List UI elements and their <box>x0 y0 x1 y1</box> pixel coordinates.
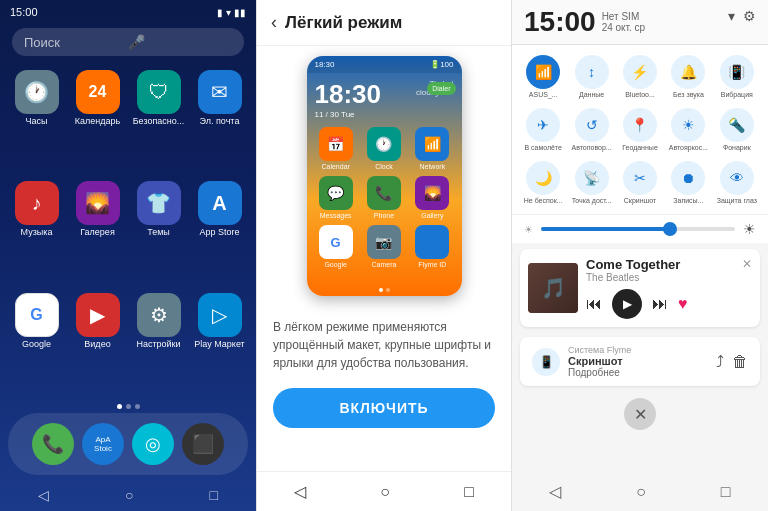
enable-button[interactable]: ВКЛЮЧИТЬ <box>273 388 495 428</box>
autobrightness-tile-label: Автояркос... <box>669 144 708 151</box>
app-icon-themes: 👕 <box>137 181 181 225</box>
phone-app-clock[interactable]: 🕐 Clock <box>363 127 405 170</box>
brightness-track[interactable] <box>541 227 735 231</box>
silent-tile-icon: 🔔 <box>671 55 705 89</box>
tile-flashlight[interactable]: 🔦 Фонарик <box>714 104 760 155</box>
tile-vibrate[interactable]: 📳 Вибрация <box>714 51 760 102</box>
dock-phone[interactable]: 📞 <box>32 423 74 465</box>
app-icon-gallery: 🌄 <box>76 181 120 225</box>
tile-rotation[interactable]: ↺ Автоповор... <box>568 104 614 155</box>
app-item-themes[interactable]: 👕 Темы <box>132 181 185 284</box>
home-button-1[interactable]: ○ <box>125 487 133 503</box>
notif-header: 15:00 Нет SIM 24 окт. ср ▾ ⚙ <box>512 0 768 45</box>
back-button-3[interactable]: ◁ <box>549 482 561 501</box>
tile-data[interactable]: ↕ Данные <box>568 51 614 102</box>
app-grid: 🕐 Часы 24 Календарь 🛡 Безопасно... ✉ Эл.… <box>0 66 256 400</box>
share-button[interactable]: ⤴ <box>716 353 724 371</box>
tile-location[interactable]: 📍 Геоданные <box>617 104 663 155</box>
tile-screenshot[interactable]: ✂ Скриншот <box>617 157 663 208</box>
app-item-music[interactable]: ♪ Музыка <box>10 181 63 284</box>
dialer-button[interactable]: Dialer <box>427 82 455 95</box>
tile-hotspot[interactable]: 📡 Точка дост... <box>568 157 614 208</box>
record-tile-label: Записы... <box>673 197 703 204</box>
tile-airplane[interactable]: ✈ В самолёте <box>520 104 566 155</box>
screenshot-tile-icon: ✂ <box>623 161 657 195</box>
tile-brightness[interactable]: ☀ Автояркос... <box>665 104 711 155</box>
settings-icon[interactable]: ⚙ <box>743 8 756 24</box>
recents-button-nav2[interactable]: □ <box>464 483 474 501</box>
phone-app-phone[interactable]: 📞 Phone <box>363 176 405 219</box>
app-item-appstore[interactable]: A App Store <box>193 181 246 284</box>
music-card: 🎵 Come Together The Beatles ⏮ ▶ ⏭ ♥ ✕ <box>520 249 760 327</box>
tile-eyeprotect[interactable]: 👁 Защита глаз <box>714 157 760 208</box>
autobrightness-tile-icon: ☀ <box>671 108 705 142</box>
flashlight-tile-label: Фонарик <box>723 144 751 151</box>
home-button-nav2[interactable]: ○ <box>380 483 390 501</box>
phone-icon-camera: 📷 <box>367 225 401 259</box>
app-item-settings[interactable]: ⚙ Настройки <box>132 293 185 396</box>
phone-app-messages[interactable]: 💬 Messages <box>315 176 357 219</box>
phone-icon-messages: 💬 <box>319 176 353 210</box>
dock-stoic[interactable]: ApA Stoic <box>82 423 124 465</box>
play-button[interactable]: ▶ <box>612 289 642 319</box>
phone-app-google[interactable]: G Google <box>315 225 357 268</box>
next-button[interactable]: ⏭ <box>652 295 668 313</box>
back-button-2[interactable]: ‹ <box>271 12 277 33</box>
app-item-clock[interactable]: 🕐 Часы <box>10 70 63 173</box>
dot-3 <box>135 404 140 409</box>
tile-record[interactable]: ⏺ Записы... <box>665 157 711 208</box>
app-item-calendar[interactable]: 24 Календарь <box>71 70 124 173</box>
tile-silent[interactable]: 🔔 Без звука <box>665 51 711 102</box>
app-icon-video: ▶ <box>76 293 120 337</box>
recents-button-3[interactable]: □ <box>721 483 731 501</box>
prev-button[interactable]: ⏮ <box>586 295 602 313</box>
tile-dnd[interactable]: 🌙 Не беспок... <box>520 157 566 208</box>
phone-app-camera[interactable]: 📷 Camera <box>363 225 405 268</box>
easy-mode-panel: ‹ Лёгкий режим 18:30 🔋100 18:30 11 / 30 … <box>256 0 512 511</box>
close-music-button[interactable]: ✕ <box>742 257 752 271</box>
notif-left: 📱 Система Flyme Скриншот Подробнее <box>532 345 631 378</box>
app-item-security[interactable]: 🛡 Безопасно... <box>132 70 185 173</box>
notif-title: Скриншот <box>568 355 631 367</box>
easy-mode-header: ‹ Лёгкий режим <box>257 0 511 46</box>
home-button-3[interactable]: ○ <box>636 483 646 501</box>
dock-browser[interactable]: ◎ <box>132 423 174 465</box>
status-icons-1: ▮ ▾ ▮▮ <box>217 7 246 18</box>
screenshot-tile-label: Скриншот <box>624 197 656 204</box>
time-1: 15:00 <box>10 6 38 18</box>
wifi-tile-icon: 📶 <box>526 55 560 89</box>
notif-subtitle: Подробнее <box>568 367 631 378</box>
app-label-appstore: App Store <box>199 228 239 238</box>
phone-app-flymeid[interactable]: 👤 Flyme ID <box>411 225 453 268</box>
phone-label-messages: Messages <box>320 212 352 219</box>
phone-date: 11 / 30 Tue <box>315 110 382 119</box>
app-item-email[interactable]: ✉ Эл. почта <box>193 70 246 173</box>
app-label-playmarket: Play Маркет <box>194 340 244 350</box>
app-item-playmarket[interactable]: ▷ Play Маркет <box>193 293 246 396</box>
app-label-email: Эл. почта <box>200 117 240 127</box>
phone-apps: 📅 Calendar 🕐 Clock 📶 Network 💬 Messages … <box>307 121 462 274</box>
recents-button-1[interactable]: □ <box>210 487 218 503</box>
search-bar[interactable]: Поиск 🎤 <box>12 28 244 56</box>
mic-icon[interactable]: 🎤 <box>128 34 232 50</box>
phone-app-network[interactable]: 📶 Network <box>411 127 453 170</box>
back-button-nav2[interactable]: ◁ <box>294 482 306 501</box>
back-button-1[interactable]: ◁ <box>38 487 49 503</box>
dismiss-all-button[interactable]: ✕ <box>624 398 656 430</box>
delete-button[interactable]: 🗑 <box>732 353 748 371</box>
notification-panel: 15:00 Нет SIM 24 окт. ср ▾ ⚙ 📶 ASUS_... … <box>512 0 768 511</box>
phone-app-calendar[interactable]: 📅 Calendar <box>315 127 357 170</box>
favorite-button[interactable]: ♥ <box>678 295 688 313</box>
app-icon-appstore: A <box>198 181 242 225</box>
app-item-gallery[interactable]: 🌄 Галерея <box>71 181 124 284</box>
dock-other[interactable]: ⬛ <box>182 423 224 465</box>
phone-app-gallery[interactable]: 🌄 Gallery <box>411 176 453 219</box>
app-item-video[interactable]: ▶ Видео <box>71 293 124 396</box>
dropdown-icon[interactable]: ▾ <box>728 8 735 24</box>
app-icon-email: ✉ <box>198 70 242 114</box>
phone-status: 18:30 🔋100 <box>307 56 462 73</box>
music-controls: ⏮ ▶ ⏭ ♥ <box>586 289 734 319</box>
tile-bluetooth[interactable]: ⚡ Bluetoo... <box>617 51 663 102</box>
app-item-google[interactable]: G Google <box>10 293 63 396</box>
tile-wifi[interactable]: 📶 ASUS_... <box>520 51 566 102</box>
